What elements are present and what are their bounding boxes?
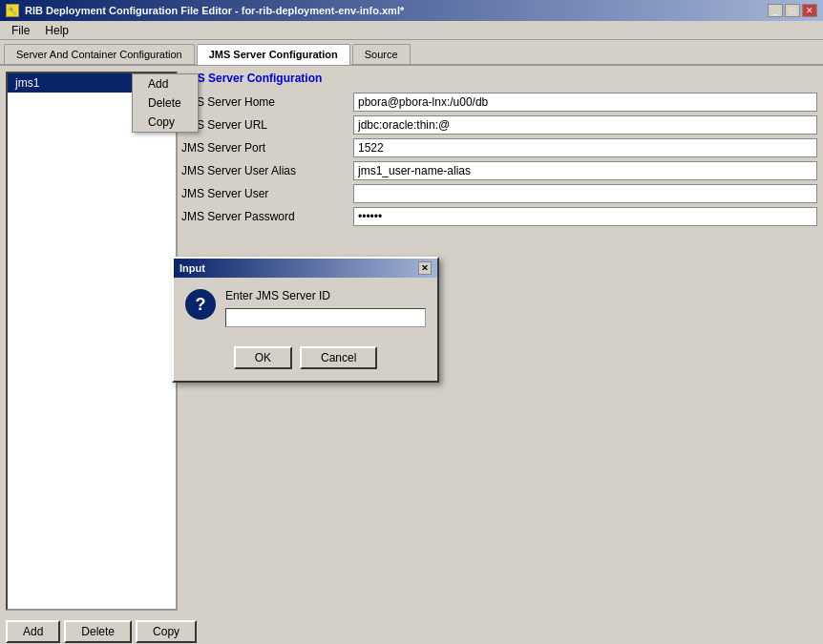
dialog-body: ? Enter JMS Server ID bbox=[174, 278, 437, 339]
title-bar: 🔧 RIB Deployment Configuration File Edit… bbox=[0, 0, 823, 21]
menu-file[interactable]: File bbox=[4, 22, 37, 39]
app-icon: 🔧 bbox=[6, 4, 19, 17]
delete-button[interactable]: Delete bbox=[64, 620, 132, 643]
menu-help[interactable]: Help bbox=[37, 22, 76, 39]
app-title: RIB Deployment Configuration File Editor… bbox=[25, 5, 404, 16]
add-button[interactable]: Add bbox=[6, 620, 60, 643]
dialog-close-button[interactable]: ✕ bbox=[418, 261, 432, 275]
minimize-button[interactable]: _ bbox=[768, 4, 783, 17]
close-button[interactable]: ✕ bbox=[802, 4, 817, 17]
bottom-buttons: Add Delete Copy bbox=[0, 616, 823, 644]
tab-bar: Server And Container Configuration JMS S… bbox=[0, 40, 823, 66]
dialog-input[interactable] bbox=[225, 308, 426, 327]
dialog-overlay: Input ✕ ? Enter JMS Server ID OK Cancel bbox=[0, 66, 823, 616]
maximize-button[interactable]: □ bbox=[785, 4, 800, 17]
dialog-cancel-button[interactable]: Cancel bbox=[300, 346, 377, 369]
dialog-ok-button[interactable]: OK bbox=[234, 346, 292, 369]
title-bar-text: 🔧 RIB Deployment Configuration File Edit… bbox=[6, 4, 404, 17]
menu-bar: File Help bbox=[0, 21, 823, 40]
dialog-content: Enter JMS Server ID bbox=[225, 289, 426, 327]
dialog-label: Enter JMS Server ID bbox=[225, 289, 426, 302]
dialog-question-icon: ? bbox=[185, 289, 216, 320]
dialog-buttons: OK Cancel bbox=[174, 339, 437, 381]
copy-button[interactable]: Copy bbox=[136, 620, 197, 643]
main-content: jms1 Add Delete Copy JMS Server Configur… bbox=[0, 66, 823, 616]
input-dialog: Input ✕ ? Enter JMS Server ID OK Cancel bbox=[172, 257, 439, 383]
dialog-title: Input bbox=[179, 262, 205, 274]
dialog-title-bar: Input ✕ bbox=[174, 259, 437, 278]
tab-jms-server[interactable]: JMS Server Configuration bbox=[197, 44, 350, 65]
window-controls[interactable]: _ □ ✕ bbox=[768, 4, 817, 17]
tab-server-container[interactable]: Server And Container Configuration bbox=[4, 44, 195, 64]
tab-source[interactable]: Source bbox=[352, 44, 411, 64]
